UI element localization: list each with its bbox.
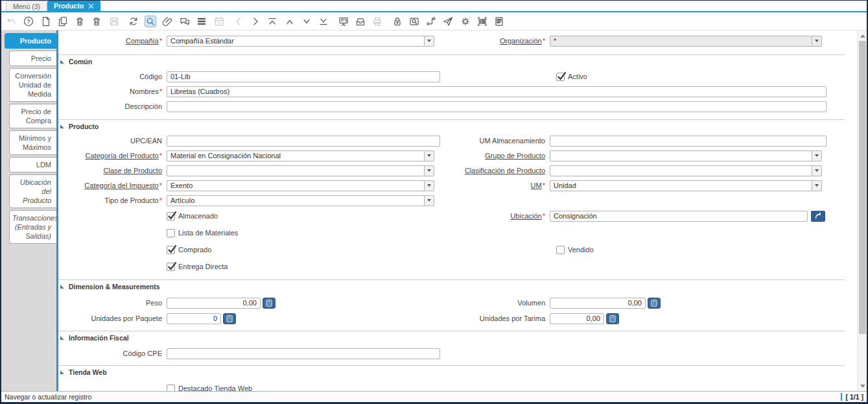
- first-record-icon[interactable]: [266, 16, 278, 27]
- unidades-tarima-calculator-button[interactable]: [606, 313, 619, 324]
- dropdown-arrow-icon[interactable]: [424, 150, 434, 161]
- almacenado-checkbox[interactable]: [167, 212, 175, 220]
- archive-icon[interactable]: [355, 16, 366, 27]
- entrega-directa-checkbox[interactable]: [167, 263, 175, 271]
- detail-record-icon[interactable]: [301, 16, 312, 27]
- peso-calculator-button[interactable]: [263, 298, 276, 309]
- grupo-producto-select[interactable]: [550, 150, 822, 161]
- categoria-impuesto-label: Categoría del Impuesto*: [58, 182, 167, 189]
- report-icon[interactable]: [493, 16, 505, 27]
- clase-producto-label-link[interactable]: Clase de Producto: [104, 167, 163, 174]
- find-icon[interactable]: [145, 16, 156, 27]
- dropdown-arrow-icon[interactable]: [424, 195, 434, 206]
- parent-record-icon[interactable]: [284, 16, 296, 27]
- sidebar-tab-precio[interactable]: Precio: [9, 51, 56, 66]
- lista-materiales-checkbox[interactable]: [167, 229, 175, 237]
- workflow-icon[interactable]: [425, 16, 437, 27]
- codigo-input[interactable]: 01-Lib: [167, 71, 440, 82]
- scrollbar-thumb[interactable]: [859, 41, 866, 334]
- compania-label-link[interactable]: Compañía: [126, 37, 159, 45]
- peso-input[interactable]: 0,00: [167, 298, 261, 309]
- chat-icon[interactable]: [179, 16, 191, 27]
- unidades-paquete-calculator-button[interactable]: [223, 313, 236, 324]
- dropdown-arrow-icon[interactable]: [424, 180, 434, 191]
- descripcion-input[interactable]: [167, 101, 827, 112]
- send-mail-icon[interactable]: [442, 16, 454, 27]
- next-record-icon[interactable]: [250, 16, 261, 27]
- upc-ean-input[interactable]: [167, 136, 440, 147]
- compania-select[interactable]: Compañía Estándar: [167, 36, 434, 47]
- last-record-icon[interactable]: [318, 16, 329, 27]
- sidebar-tab-transacciones[interactable]: Transacciones (Entradas y Salidas): [9, 210, 56, 244]
- collapse-triangle-icon[interactable]: [60, 125, 64, 128]
- private-lock-icon[interactable]: [392, 16, 403, 27]
- attachment-icon[interactable]: [162, 16, 174, 27]
- dropdown-arrow-icon[interactable]: [812, 150, 822, 161]
- ubicacion-input[interactable]: Consignación: [550, 211, 808, 222]
- sidebar-tab-conversion-um[interactable]: Conversión Unidad de Medida: [9, 68, 56, 102]
- unidades-paquete-input[interactable]: 0: [167, 313, 221, 324]
- collapse-triangle-icon[interactable]: [60, 370, 64, 374]
- collapse-triangle-icon[interactable]: [60, 60, 64, 64]
- window-frame-top: [0, 0, 868, 1]
- um-select[interactable]: Unidad: [550, 180, 822, 191]
- clasificacion-producto-select[interactable]: [550, 165, 822, 176]
- ubicacion-label-link[interactable]: Ubicación: [510, 212, 541, 220]
- categoria-producto-label-link[interactable]: Categoría del Producto: [86, 152, 159, 160]
- dropdown-arrow-icon[interactable]: [812, 180, 822, 191]
- scroll-down-icon[interactable]: [858, 381, 867, 390]
- clasificacion-producto-label-link[interactable]: Clasificación de Producto: [465, 167, 545, 174]
- svg-text:31: 31: [217, 21, 221, 25]
- row-codigo-activo: Código 01-Lib Activo: [58, 71, 846, 82]
- help-icon[interactable]: ?: [23, 16, 34, 27]
- nombres-input[interactable]: Libretas (Cuadros): [167, 86, 827, 97]
- sidebar-tab-producto[interactable]: Producto: [5, 33, 56, 49]
- um-label-link[interactable]: UM: [531, 182, 542, 189]
- dropdown-arrow-icon[interactable]: [424, 165, 434, 176]
- unidades-tarima-input[interactable]: 0,00: [550, 313, 604, 324]
- codigo-cpe-input[interactable]: [167, 348, 440, 359]
- delete-selection-icon[interactable]: [91, 16, 102, 27]
- vendido-checkbox[interactable]: [556, 246, 565, 254]
- sidebar-tab-precio-compra[interactable]: Precio de Compra: [9, 104, 56, 128]
- destacado-tienda-web-checkbox[interactable]: [167, 385, 175, 392]
- ubicacion-record-button[interactable]: [811, 211, 825, 222]
- categoria-impuesto-select[interactable]: Exento: [167, 180, 434, 191]
- tipo-producto-select[interactable]: Artículo: [167, 195, 434, 206]
- ubicacion-label: Ubicación*: [452, 212, 550, 220]
- tab-menu[interactable]: Menú (3): [6, 1, 47, 11]
- tab-producto[interactable]: Producto: [47, 1, 100, 11]
- compania-label: Compañía*: [58, 37, 167, 45]
- categoria-producto-select[interactable]: Material en Consignación Nacional: [167, 150, 434, 161]
- process-gear-icon[interactable]: [460, 16, 471, 27]
- collapse-triangle-icon[interactable]: [60, 285, 64, 289]
- grupo-producto-label-link[interactable]: Grupo de Producto: [485, 152, 545, 160]
- volumen-input[interactable]: 0,00: [550, 298, 646, 309]
- categoria-impuesto-label-link[interactable]: Categoría del Impuesto: [84, 182, 158, 189]
- sidebar-tab-ubicacion-producto[interactable]: Ubicación del Producto: [9, 174, 56, 208]
- refresh-icon[interactable]: [128, 16, 139, 27]
- dropdown-arrow-icon[interactable]: [812, 165, 822, 176]
- um-almacenamiento-input[interactable]: [550, 136, 827, 147]
- barcode-icon[interactable]: [476, 16, 488, 27]
- unidades-paquete-label: Unidades por Paquete: [58, 315, 167, 322]
- sidebar-tab-ldm[interactable]: LDM: [9, 157, 56, 172]
- new-record-icon[interactable]: [40, 16, 52, 27]
- toggle-list-view-icon[interactable]: [196, 16, 207, 27]
- sidebar-tab-minimos-maximos[interactable]: Mínimos y Máximos: [9, 130, 56, 155]
- zoom-window-icon[interactable]: [408, 16, 420, 27]
- activo-checkbox[interactable]: [556, 73, 565, 81]
- close-icon[interactable]: [88, 3, 94, 9]
- delete-record-icon[interactable]: [74, 16, 86, 27]
- form-panel-icon[interactable]: [338, 16, 349, 27]
- dropdown-arrow-icon[interactable]: [424, 36, 434, 47]
- clase-producto-select[interactable]: [167, 165, 434, 176]
- scroll-up-icon[interactable]: [858, 31, 867, 40]
- volumen-calculator-button[interactable]: [648, 298, 661, 309]
- comprado-checkbox[interactable]: [167, 246, 175, 254]
- copy-record-icon[interactable]: [57, 16, 69, 27]
- collapse-triangle-icon[interactable]: [60, 336, 64, 340]
- row-upc-um-almacenamiento: UPC/EAN UM Almacenamiento: [58, 135, 846, 147]
- organizacion-label-link[interactable]: Organización: [500, 37, 542, 45]
- vertical-scrollbar[interactable]: [857, 30, 867, 391]
